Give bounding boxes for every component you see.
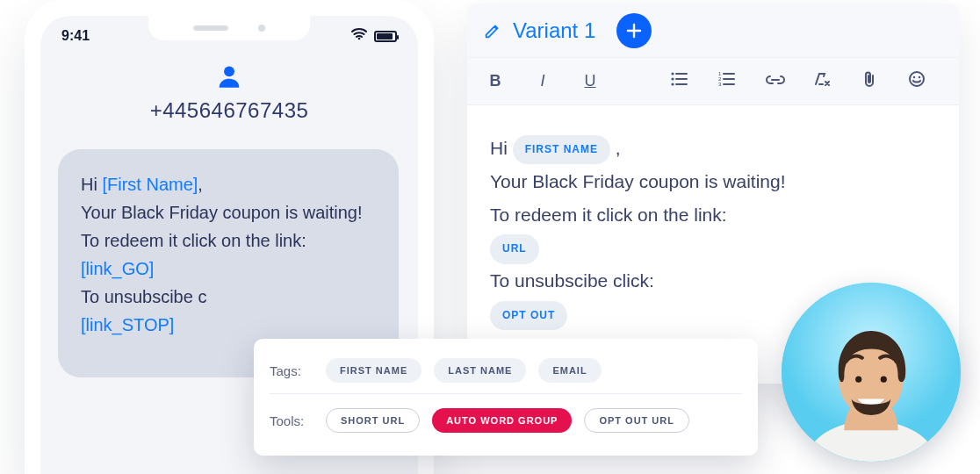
tab-variant-1[interactable]: Variant 1 xyxy=(483,18,595,43)
editor-toolbar: B I U 123 xyxy=(467,58,959,105)
tag-last-name[interactable]: LAST NAME xyxy=(434,358,526,383)
tags-row: Tags: FIRST NAME LAST NAME EMAIL xyxy=(270,351,742,390)
italic-button[interactable]: I xyxy=(534,72,551,90)
clock: 9:41 xyxy=(61,28,90,44)
sms-text: To unsubscibe xyxy=(81,287,198,306)
battery-icon xyxy=(374,31,397,42)
svg-point-14 xyxy=(855,377,861,383)
tag-email[interactable]: EMAIL xyxy=(538,358,601,383)
sms-text: , xyxy=(198,175,203,194)
svg-point-10 xyxy=(919,76,920,78)
avatar-illustration xyxy=(782,283,961,462)
svg-point-3 xyxy=(671,77,674,80)
tags-label: Tags: xyxy=(270,363,313,378)
wifi-icon xyxy=(351,28,367,44)
svg-text:3: 3 xyxy=(718,82,722,87)
tools-row: Tools: SHORT URL AUTO WORD GROUP OPT OUT… xyxy=(270,393,742,440)
link-button[interactable] xyxy=(766,72,783,90)
svg-point-8 xyxy=(910,72,924,86)
compose-text: To redeem it click on the link: xyxy=(490,198,936,232)
emoji-button[interactable] xyxy=(908,70,926,92)
add-variant-button[interactable] xyxy=(616,13,652,48)
sms-text: Hi xyxy=(81,175,102,194)
token-link-stop: [link_STOP] xyxy=(81,315,174,334)
tool-short-url[interactable]: SHORT URL xyxy=(326,408,420,433)
tool-auto-word-group[interactable]: AUTO WORD GROUP xyxy=(432,408,572,433)
svg-point-2 xyxy=(671,72,674,75)
pill-opt-out[interactable]: OPT OUT xyxy=(490,301,567,331)
contact-header: +445646767435 xyxy=(40,56,418,135)
editor-tabs: Variant 1 xyxy=(467,4,959,58)
svg-point-9 xyxy=(913,76,915,78)
pill-url[interactable]: URL xyxy=(490,234,539,264)
svg-point-15 xyxy=(881,377,887,383)
compose-text: , xyxy=(616,138,621,158)
phone-number: +445646767435 xyxy=(40,98,418,123)
tags-tools-card: Tags: FIRST NAME LAST NAME EMAIL Tools: … xyxy=(254,339,758,456)
token-link-go: [link_GO] xyxy=(81,259,154,278)
attachment-button[interactable] xyxy=(861,70,878,92)
compose-text: Your Black Friday coupon is waiting! xyxy=(490,165,936,198)
bold-button[interactable]: B xyxy=(486,72,504,90)
token-first-name: [First Name] xyxy=(102,175,198,194)
numbered-list-button[interactable]: 123 xyxy=(718,71,736,91)
underline-button[interactable]: U xyxy=(581,72,599,90)
sms-text: Your Black Friday coupon is waiting! To … xyxy=(81,203,363,250)
bullet-list-button[interactable] xyxy=(671,71,688,91)
svg-point-0 xyxy=(358,38,361,40)
edit-icon xyxy=(483,21,502,40)
sms-text: c xyxy=(198,287,206,306)
tool-opt-out-url[interactable]: OPT OUT URL xyxy=(584,408,689,433)
tab-label: Variant 1 xyxy=(513,18,595,43)
clear-format-button[interactable] xyxy=(813,71,831,91)
avatar xyxy=(782,283,961,462)
svg-point-4 xyxy=(671,83,674,85)
person-icon xyxy=(214,61,244,91)
tag-first-name[interactable]: FIRST NAME xyxy=(326,358,422,383)
tools-label: Tools: xyxy=(270,413,313,428)
status-bar: 9:41 xyxy=(40,16,418,56)
plus-icon xyxy=(626,23,642,39)
svg-point-1 xyxy=(224,66,234,76)
pill-first-name[interactable]: FIRST NAME xyxy=(513,135,610,165)
compose-text: Hi xyxy=(490,138,513,158)
